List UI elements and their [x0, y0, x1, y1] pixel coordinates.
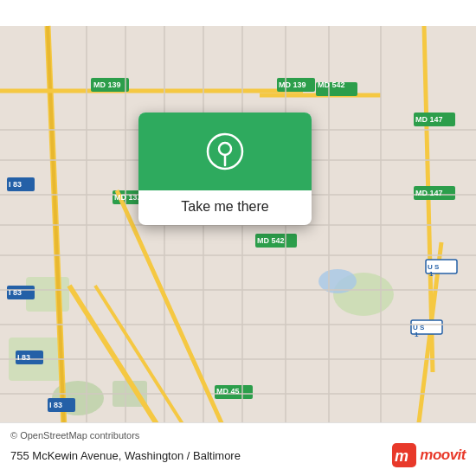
- moovit-logo: m moovit: [392, 443, 466, 467]
- copyright-text: © OpenStreetMap contributors: [10, 430, 466, 441]
- popup-button-area: Take me there: [138, 190, 312, 225]
- location-popup: Take me there: [138, 113, 312, 225]
- svg-text:1: 1: [429, 270, 434, 278]
- svg-text:I 83: I 83: [17, 353, 30, 362]
- popup-header: [138, 113, 312, 190]
- svg-text:MD 139: MD 139: [279, 80, 306, 89]
- take-me-there-button[interactable]: Take me there: [181, 199, 268, 215]
- svg-text:MD 147: MD 147: [415, 115, 443, 124]
- address-row: 755 McKewin Avenue, Washington / Baltimo…: [10, 443, 466, 467]
- svg-text:MD 139: MD 139: [93, 80, 121, 89]
- svg-text:MD 45: MD 45: [216, 387, 240, 396]
- map-container: I 83 I 83 I 83 I 83 MD 139 MD 139 MD 13.…: [0, 0, 476, 476]
- moovit-m-icon: m: [392, 443, 416, 467]
- svg-text:I 83: I 83: [9, 288, 22, 297]
- bottom-bar: © OpenStreetMap contributors 755 McKewin…: [0, 422, 476, 476]
- svg-text:m: m: [395, 447, 408, 465]
- svg-text:I 83: I 83: [9, 180, 22, 189]
- location-pin-icon: [206, 132, 244, 170]
- svg-text:MD 542: MD 542: [257, 236, 285, 245]
- svg-point-65: [219, 143, 231, 155]
- svg-text:I 83: I 83: [49, 401, 62, 409]
- address-text: 755 McKewin Avenue, Washington / Baltimo…: [10, 449, 241, 462]
- moovit-label: moovit: [420, 447, 466, 464]
- svg-text:MD 147: MD 147: [415, 189, 443, 197]
- svg-text:MD 542: MD 542: [318, 80, 345, 89]
- map-background: I 83 I 83 I 83 I 83 MD 139 MD 139 MD 13.…: [0, 0, 476, 476]
- svg-text:1: 1: [415, 331, 419, 338]
